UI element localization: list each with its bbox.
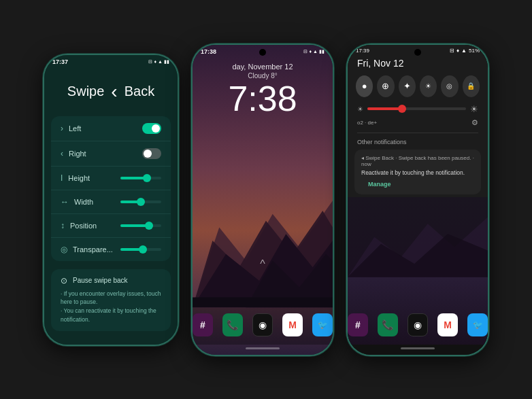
toggle-wifi[interactable]: ● bbox=[356, 75, 373, 97]
p2-signal-icon: ▲ bbox=[313, 49, 318, 54]
mountain-svg bbox=[193, 174, 333, 307]
position-thumb bbox=[145, 222, 153, 230]
setting-height-label: I Height bbox=[61, 173, 90, 183]
toggle-flashlight[interactable]: ☀ bbox=[420, 75, 437, 97]
brightness-low-icon: ☀ bbox=[357, 105, 363, 113]
dock-twitter[interactable]: 🐦 bbox=[312, 313, 333, 336]
transparency-thumb bbox=[139, 245, 147, 254]
transparency-icon: ◎ bbox=[61, 245, 67, 254]
width-slider[interactable] bbox=[120, 201, 161, 203]
lockscreen-date: day, November 12 bbox=[193, 57, 333, 72]
settings-list: › Left ‹ Right bbox=[51, 116, 171, 261]
phone1-status-icons: ⊟ ♦ ▲ ▮▮ bbox=[148, 59, 169, 65]
toggle-data[interactable]: ⊕ bbox=[377, 75, 394, 97]
brightness-fill bbox=[367, 107, 402, 110]
phone3-wallpaper bbox=[348, 197, 488, 277]
phone2-dock: # 📞 ◉ M 🐦 bbox=[193, 308, 333, 345]
phone3-dock: # 📞 ◉ M 🐦 bbox=[348, 308, 488, 345]
right-toggle[interactable] bbox=[142, 148, 161, 159]
network-name: o2 · de+ bbox=[357, 120, 377, 126]
pause-note-2: here to pause. bbox=[61, 298, 97, 305]
toggle-nfc[interactable]: ◎ bbox=[441, 75, 458, 97]
signal-icon: ▲ bbox=[158, 59, 163, 64]
right-arrow-icon: ‹ bbox=[61, 149, 63, 158]
left-text: Left bbox=[69, 124, 81, 133]
swipe-back-header: Swipe ‹ Back bbox=[44, 67, 178, 114]
pause-label: Pause swipe back bbox=[73, 277, 128, 284]
phone3-time: 17:39 bbox=[356, 48, 369, 54]
phone3-home-indicator bbox=[401, 347, 435, 349]
position-icon: ↕ bbox=[61, 221, 65, 230]
phone1-time: 17:37 bbox=[52, 58, 68, 65]
phone3-bottom-area: # 📞 ◉ M 🐦 bbox=[348, 197, 488, 344]
pause-note-1: · If you encounter overlay issues, touch bbox=[61, 290, 161, 297]
phone2-time: 17:38 bbox=[201, 48, 216, 55]
notif-date: Fri, Nov 12 bbox=[348, 56, 488, 73]
setting-left[interactable]: › Left bbox=[51, 116, 171, 141]
lockscreen-time: 7:38 bbox=[193, 80, 333, 118]
phone3-dock-phone[interactable]: 📞 bbox=[378, 313, 398, 336]
setting-left-label: › Left bbox=[61, 124, 81, 133]
setting-right[interactable]: ‹ Right bbox=[51, 141, 171, 167]
pause-row: ⊙ Pause swipe back bbox=[61, 276, 161, 285]
width-thumb bbox=[137, 198, 145, 206]
toggle-bluetooth[interactable]: ✦ bbox=[399, 75, 416, 97]
phone2-screen: 17:38 ⊟ ♦ ▲ ▮▮ day, November 12 Cloudy 8… bbox=[193, 45, 333, 355]
dock-phone[interactable]: 📞 bbox=[222, 313, 243, 336]
left-arrow-icon: › bbox=[61, 124, 63, 133]
p2-wifi-icon: ♦ bbox=[309, 49, 312, 54]
notif-card-text: Reactivate it by touching the notificati… bbox=[361, 169, 474, 177]
settings-gear-icon[interactable]: ⚙ bbox=[471, 118, 478, 127]
dock-slack[interactable]: # bbox=[193, 313, 213, 336]
swipe-label: Swipe bbox=[67, 84, 104, 99]
setting-height[interactable]: I Height bbox=[51, 167, 171, 190]
phone3-screen: 17:39 ⊟ ♦ ▲ 51% Fri, Nov 12 ● ⊕ ✦ ☀ ◎ 🔒 bbox=[348, 45, 488, 355]
transparency-slider[interactable] bbox=[120, 248, 161, 251]
dock-gmail[interactable]: M bbox=[282, 313, 303, 336]
notification-card[interactable]: ◂ Swipe Back · Swipe back has been pause… bbox=[354, 150, 481, 195]
height-slider[interactable] bbox=[120, 177, 161, 179]
toggle-lock[interactable]: 🔒 bbox=[463, 75, 480, 97]
position-slider[interactable] bbox=[120, 224, 161, 227]
back-label: Back bbox=[124, 84, 154, 99]
phone3-dock-camera[interactable]: ◉ bbox=[408, 313, 428, 336]
height-text: Height bbox=[68, 174, 90, 182]
left-toggle-dot bbox=[152, 124, 160, 133]
home-indicator bbox=[246, 347, 280, 349]
brightness-slider[interactable] bbox=[367, 107, 466, 110]
width-text: Width bbox=[74, 198, 93, 206]
swipe-up-handle[interactable]: ^ bbox=[260, 258, 265, 271]
brightness-row: ☀ ☀ bbox=[348, 100, 488, 117]
height-icon: I bbox=[61, 173, 63, 183]
notification-panel: 17:39 ⊟ ♦ ▲ 51% Fri, Nov 12 ● ⊕ ✦ ☀ ◎ 🔒 bbox=[348, 45, 488, 198]
swipe-chevron-icon: ‹ bbox=[111, 81, 117, 103]
p2-sim-icon: ⊟ bbox=[303, 49, 307, 54]
pause-note: · If you encounter overlay issues, touch… bbox=[61, 290, 161, 324]
phone2-bottom-bar bbox=[193, 345, 333, 355]
left-toggle[interactable] bbox=[142, 123, 161, 134]
quick-toggles: ● ⊕ ✦ ☀ ◎ 🔒 bbox=[348, 73, 488, 100]
phone3-dock-twitter[interactable]: 🐦 bbox=[467, 313, 488, 336]
brightness-thumb bbox=[398, 105, 406, 113]
pause-section[interactable]: ⊙ Pause swipe back · If you encounter ov… bbox=[51, 269, 171, 331]
phone3-dock-slack[interactable]: # bbox=[348, 313, 368, 336]
lockscreen-weather: Cloudy 8° bbox=[193, 72, 333, 80]
p2-battery-icon: ▮▮ bbox=[319, 49, 325, 54]
setting-transparency[interactable]: ◎ Transpare... bbox=[51, 238, 171, 261]
phone3-dock-gmail[interactable]: M bbox=[437, 313, 458, 336]
transparency-text: Transpare... bbox=[73, 245, 113, 254]
phone-2: 17:38 ⊟ ♦ ▲ ▮▮ day, November 12 Cloudy 8… bbox=[191, 44, 334, 356]
dock-camera[interactable]: ◉ bbox=[252, 313, 273, 336]
other-notifications-title: Other notifications bbox=[348, 136, 488, 147]
p3-signal-icon: ▲ bbox=[461, 48, 467, 54]
phone-3: 17:39 ⊟ ♦ ▲ 51% Fri, Nov 12 ● ⊕ ✦ ☀ ◎ 🔒 bbox=[346, 44, 489, 356]
wifi-icon: ♦ bbox=[154, 59, 156, 64]
setting-position[interactable]: ↕ Position bbox=[51, 214, 171, 238]
sim-icon: ⊟ bbox=[148, 59, 152, 65]
manage-button[interactable]: Manage bbox=[361, 177, 474, 189]
height-thumb bbox=[143, 174, 151, 182]
phones-container: 17:37 ⊟ ♦ ▲ ▮▮ Swipe ‹ Back › Left bbox=[43, 44, 489, 356]
setting-position-label: ↕ Position bbox=[61, 221, 97, 230]
position-text: Position bbox=[70, 222, 97, 230]
setting-width[interactable]: ↔ Width bbox=[51, 190, 171, 214]
